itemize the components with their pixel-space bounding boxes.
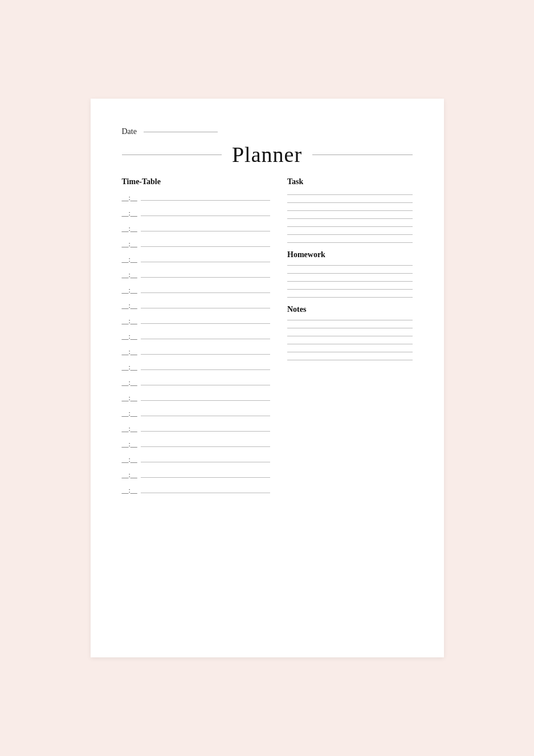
time-slot: __:__ xyxy=(122,441,137,449)
time-slot: __:__ xyxy=(122,410,137,418)
time-slot: __:__ xyxy=(122,302,137,310)
time-desc-line xyxy=(141,493,270,493)
time-row: __:__ xyxy=(122,287,271,295)
time-desc-line xyxy=(141,262,270,262)
time-row: __:__ xyxy=(122,364,271,372)
time-desc-line xyxy=(141,369,270,370)
time-slot: __:__ xyxy=(122,271,137,279)
time-slot: __:__ xyxy=(122,256,137,264)
left-column: Time-Table __:__ __:__ __:__ __:__ __:__ xyxy=(122,177,282,502)
time-slot: __:__ xyxy=(122,241,137,249)
date-row: Date xyxy=(122,127,413,136)
time-slot: __:__ xyxy=(122,287,137,295)
title-row: Planner xyxy=(122,142,413,167)
time-slot: __:__ xyxy=(122,194,137,202)
time-row: __:__ xyxy=(122,425,271,433)
time-row: __:__ xyxy=(122,318,271,326)
time-desc-line xyxy=(141,292,270,293)
time-slot: __:__ xyxy=(122,425,137,433)
task-line xyxy=(287,226,413,227)
time-desc-line xyxy=(141,431,270,432)
time-row: __:__ xyxy=(122,302,271,310)
notes-line xyxy=(287,344,413,344)
notes-heading: Notes xyxy=(287,305,413,314)
time-desc-line xyxy=(141,308,270,308)
task-line xyxy=(287,210,413,211)
time-desc-line xyxy=(141,462,270,462)
time-row: __:__ xyxy=(122,441,271,449)
time-row: __:__ xyxy=(122,241,271,249)
time-slot: __:__ xyxy=(122,395,137,403)
notes-line xyxy=(287,320,413,320)
time-row: __:__ xyxy=(122,348,271,356)
time-row: __:__ xyxy=(122,379,271,387)
hw-line xyxy=(287,273,413,274)
time-desc-line xyxy=(141,354,270,355)
time-desc-line xyxy=(141,231,270,231)
time-desc-line xyxy=(141,277,270,278)
time-row: __:__ xyxy=(122,395,271,403)
notes-section: Notes xyxy=(287,305,413,360)
homework-section: Homework xyxy=(287,250,413,298)
notes-line xyxy=(287,328,413,328)
title-right-line xyxy=(312,155,412,155)
time-row: __:__ xyxy=(122,194,271,202)
hw-line xyxy=(287,297,413,298)
hw-line xyxy=(287,265,413,266)
task-line xyxy=(287,218,413,219)
task-line xyxy=(287,234,413,235)
time-row: __:__ xyxy=(122,271,271,279)
time-slot: __:__ xyxy=(122,472,137,479)
hw-line xyxy=(287,281,413,282)
time-row: __:__ xyxy=(122,256,271,264)
time-row: __:__ xyxy=(122,472,271,479)
notes-line xyxy=(287,360,413,360)
time-row: __:__ xyxy=(122,487,271,495)
time-row: __:__ xyxy=(122,225,271,233)
notes-line xyxy=(287,336,413,336)
time-slot: __:__ xyxy=(122,379,137,387)
time-slot: __:__ xyxy=(122,318,137,326)
hw-line xyxy=(287,289,413,290)
main-columns: Time-Table __:__ __:__ __:__ __:__ __:__ xyxy=(122,177,413,502)
time-desc-line xyxy=(141,323,270,324)
time-desc-line xyxy=(141,200,270,201)
time-slot: __:__ xyxy=(122,210,137,218)
time-desc-line xyxy=(141,339,270,339)
time-desc-line xyxy=(141,216,270,216)
time-slot: __:__ xyxy=(122,364,137,372)
time-desc-line xyxy=(141,246,270,247)
time-row: __:__ xyxy=(122,410,271,418)
task-lines xyxy=(287,194,413,243)
time-row: __:__ xyxy=(122,456,271,464)
planner-page: Date Planner Time-Table __:__ __:__ __:_… xyxy=(91,99,444,657)
task-line xyxy=(287,194,413,195)
homework-heading: Homework xyxy=(287,250,413,259)
date-line xyxy=(144,132,218,132)
task-line xyxy=(287,242,413,243)
time-slot: __:__ xyxy=(122,456,137,464)
time-desc-line xyxy=(141,400,270,401)
right-column: Task Homework Notes xyxy=(282,177,413,502)
time-row: __:__ xyxy=(122,333,271,341)
notes-line xyxy=(287,352,413,352)
time-slot: __:__ xyxy=(122,225,137,233)
task-line xyxy=(287,202,413,203)
time-desc-line xyxy=(141,385,270,385)
time-desc-line xyxy=(141,446,270,447)
planner-title: Planner xyxy=(232,142,302,167)
time-row: __:__ xyxy=(122,210,271,218)
time-slot: __:__ xyxy=(122,348,137,356)
date-label: Date xyxy=(122,127,137,136)
title-left-line xyxy=(122,155,222,155)
timetable-heading: Time-Table xyxy=(122,177,271,186)
time-slot: __:__ xyxy=(122,333,137,341)
time-slot: __:__ xyxy=(122,487,137,495)
time-desc-line xyxy=(141,477,270,478)
task-heading: Task xyxy=(287,177,413,186)
time-desc-line xyxy=(141,416,270,416)
